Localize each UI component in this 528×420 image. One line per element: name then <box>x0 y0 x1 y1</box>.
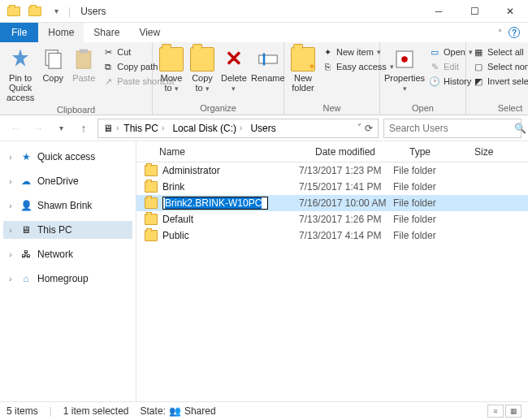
pc-icon: 🖥 <box>102 122 115 135</box>
row-date: 7/13/2017 1:26 PM <box>299 214 393 225</box>
properties-button[interactable]: Properties ▾ <box>385 45 424 95</box>
rename-input[interactable] <box>162 197 268 210</box>
row-name: Administrator <box>162 165 220 176</box>
breadcrumb-seg-1[interactable]: Local Disk (C:)› <box>169 123 245 134</box>
row-type: File folder <box>393 165 458 176</box>
group-organize-label: Organize <box>158 102 279 113</box>
svg-rect-2 <box>76 51 91 68</box>
qat-dropdown[interactable]: ▾ <box>47 2 65 20</box>
table-row[interactable]: Public7/13/2017 4:14 PMFile folder <box>136 227 528 244</box>
select-none-button[interactable]: ▢Select none <box>471 60 528 73</box>
row-date: 7/13/2017 1:23 PM <box>299 165 393 176</box>
table-row[interactable]: 7/16/2017 10:00 AMFile folder <box>136 195 528 211</box>
window-title: Users <box>80 6 106 17</box>
row-name: Brink <box>162 181 184 193</box>
pc-icon: 🖥 <box>19 223 32 236</box>
copy-to-button[interactable]: Copy to ▾ <box>188 45 216 95</box>
search-input[interactable] <box>389 123 511 134</box>
maximize-button[interactable]: ☐ <box>457 0 492 23</box>
nav-up-button[interactable]: ↑ <box>75 119 93 137</box>
col-header-name[interactable]: Name <box>159 146 315 158</box>
tab-file[interactable]: File <box>0 23 38 42</box>
shared-icon: 👥 <box>169 405 181 417</box>
nav-homegroup[interactable]: ›⌂Homegroup <box>3 270 132 288</box>
homegroup-icon: ⌂ <box>19 272 32 285</box>
col-header-size[interactable]: Size <box>474 146 528 158</box>
breadcrumb-seg-0[interactable]: This PC› <box>120 123 167 134</box>
close-button[interactable]: ✕ <box>492 0 528 23</box>
search-box[interactable]: 🔍 <box>383 119 522 138</box>
cloud-icon: ☁ <box>19 175 32 188</box>
ribbon-collapse-icon[interactable]: ˄ <box>498 28 502 37</box>
folder-icon <box>145 165 158 176</box>
nav-forward-button[interactable]: → <box>29 119 47 137</box>
search-icon: 🔍 <box>514 123 526 134</box>
rename-button[interactable]: Rename <box>252 45 284 94</box>
row-type: File folder <box>393 230 458 241</box>
nav-user[interactable]: ›👤Shawn Brink <box>3 197 132 214</box>
view-large-icon[interactable]: ▦ <box>505 405 522 418</box>
new-item-icon: ✦ <box>322 46 333 58</box>
refresh-icon[interactable]: ⟳ <box>365 123 373 134</box>
history-icon: 🕑 <box>429 76 440 87</box>
group-clipboard-label: Clipboard <box>5 104 147 115</box>
tab-home[interactable]: Home <box>38 23 84 42</box>
row-type: File folder <box>393 197 458 209</box>
breadcrumb[interactable]: 🖥 › This PC› Local Disk (C:)› Users ˅ ⟳ <box>97 119 379 138</box>
svg-rect-4 <box>259 55 278 63</box>
status-selected-count: 1 item selected <box>63 405 129 417</box>
status-state-label: State: <box>141 405 166 417</box>
nav-quick-access[interactable]: ›★Quick access <box>3 148 132 166</box>
invert-icon: ◩ <box>473 76 484 87</box>
help-icon[interactable]: ? <box>509 27 520 38</box>
edit-button: ✎Edit <box>427 60 474 73</box>
nav-this-pc[interactable]: ›🖥This PC <box>3 221 132 239</box>
network-icon: 🖧 <box>19 248 32 261</box>
minimize-button[interactable]: ─ <box>421 0 457 23</box>
tab-view[interactable]: View <box>129 23 170 42</box>
row-date: 7/15/2017 1:41 PM <box>299 181 393 193</box>
svg-point-7 <box>401 56 408 63</box>
delete-x-icon: ✕ <box>222 47 246 71</box>
user-icon: 👤 <box>19 199 32 212</box>
tab-share[interactable]: Share <box>84 23 129 42</box>
new-folder-button[interactable]: New folder <box>289 45 317 94</box>
delete-button[interactable]: ✕ Delete ▾ <box>219 45 249 95</box>
qat-folder2-icon[interactable] <box>26 2 44 20</box>
table-row[interactable]: Administrator7/13/2017 1:23 PMFile folde… <box>136 162 528 179</box>
col-header-date[interactable]: Date modified <box>315 146 409 158</box>
breadcrumb-seg-2[interactable]: Users <box>247 123 279 134</box>
qat-folder-icon[interactable] <box>5 2 23 20</box>
row-date: 7/13/2017 4:14 PM <box>299 230 393 241</box>
invert-selection-button[interactable]: ◩Invert selection <box>471 75 528 88</box>
copy-button[interactable]: Copy <box>39 45 67 94</box>
folder-icon <box>145 214 158 225</box>
scissors-icon: ✂ <box>102 46 114 58</box>
select-none-icon: ▢ <box>473 61 484 72</box>
col-header-type[interactable]: Type <box>409 146 474 158</box>
view-details-icon[interactable]: ≡ <box>487 405 504 418</box>
table-row[interactable]: Default7/13/2017 1:26 PMFile folder <box>136 211 528 227</box>
nav-onedrive[interactable]: ›☁OneDrive <box>3 172 132 190</box>
row-type: File folder <box>393 214 458 225</box>
group-new-label: New <box>289 102 374 113</box>
breadcrumb-dropdown[interactable]: ˅ <box>357 123 361 134</box>
paste-button: Paste <box>70 45 97 94</box>
paste-shortcut-button: ↗Paste shortcut <box>101 75 175 88</box>
pin-quick-access-button[interactable]: Pin to Quick access <box>5 45 36 104</box>
easy-access-icon: ⎘ <box>322 61 333 72</box>
svg-rect-3 <box>80 50 88 54</box>
nav-recent-button[interactable]: ▾ <box>52 119 70 137</box>
shortcut-icon: ↗ <box>102 76 114 87</box>
select-all-button[interactable]: ▦Select all <box>471 45 528 58</box>
row-date: 7/16/2017 10:00 AM <box>299 197 393 209</box>
nav-back-button[interactable]: ← <box>6 119 24 137</box>
folder-icon <box>145 181 158 193</box>
nav-network[interactable]: ›🖧Network <box>3 245 132 263</box>
copy-path-icon: ⧉ <box>102 61 114 72</box>
edit-icon: ✎ <box>429 61 440 72</box>
row-name: Default <box>162 214 193 225</box>
open-icon: ▭ <box>429 46 440 58</box>
select-all-icon: ▦ <box>473 46 484 58</box>
table-row[interactable]: Brink7/15/2017 1:41 PMFile folder <box>136 179 528 195</box>
